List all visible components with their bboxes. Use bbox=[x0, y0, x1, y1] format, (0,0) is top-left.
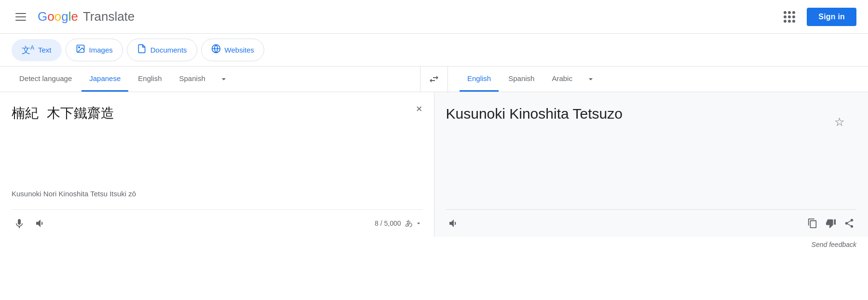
app-header: Google Translate Sign in bbox=[0, 0, 868, 34]
swap-divider bbox=[420, 67, 448, 92]
thumbs-up-down-button[interactable] bbox=[824, 216, 838, 231]
sign-in-button[interactable]: Sign in bbox=[807, 8, 856, 26]
source-speak-button[interactable] bbox=[12, 216, 27, 231]
websites-tab-icon bbox=[211, 44, 221, 56]
source-input[interactable] bbox=[12, 104, 422, 186]
tab-images[interactable]: Images bbox=[66, 39, 123, 61]
share-button[interactable] bbox=[842, 216, 856, 231]
clear-button[interactable]: × bbox=[416, 104, 422, 114]
source-panel: × Kusunoki Nori Kinoshita Tetsu Itsuki z… bbox=[0, 92, 434, 237]
target-audio-button[interactable] bbox=[446, 216, 461, 231]
target-lang-more-button[interactable] bbox=[582, 67, 599, 92]
tab-documents-label: Documents bbox=[150, 46, 187, 54]
logo-translate-text: Translate bbox=[83, 9, 135, 24]
swap-languages-button[interactable] bbox=[420, 68, 448, 91]
logo-google-text: Google bbox=[38, 9, 78, 24]
lang-source-english[interactable]: English bbox=[130, 67, 169, 92]
apps-grid-icon bbox=[784, 11, 795, 23]
tab-bar: 文A Text Images Documents Websites bbox=[0, 34, 868, 67]
lang-target-english[interactable]: English bbox=[460, 67, 499, 92]
lang-target-arabic[interactable]: Arabic bbox=[544, 67, 580, 92]
target-panel-inner: Kusunoki Kinoshita Tetsuzo ☆ bbox=[446, 104, 857, 237]
send-feedback-bar: Send feedback bbox=[0, 237, 868, 252]
language-bar: Detect language Japanese English Spanish… bbox=[0, 67, 868, 92]
lang-japanese[interactable]: Japanese bbox=[81, 67, 128, 92]
tab-text[interactable]: 文A Text bbox=[12, 39, 62, 61]
menu-button[interactable] bbox=[12, 9, 30, 25]
images-tab-icon bbox=[76, 44, 85, 56]
tab-websites[interactable]: Websites bbox=[201, 39, 264, 61]
font-label: あ bbox=[405, 218, 413, 229]
tab-text-label: Text bbox=[38, 46, 52, 54]
source-lang-panel: Detect language Japanese English Spanish bbox=[0, 67, 420, 92]
tab-websites-label: Websites bbox=[225, 46, 254, 54]
lang-detect[interactable]: Detect language bbox=[12, 67, 80, 92]
target-panel: Kusunoki Kinoshita Tetsuzo ☆ bbox=[434, 92, 868, 237]
source-lang-more-button[interactable] bbox=[215, 67, 232, 92]
source-footer-right: 8 / 5,000 あ bbox=[375, 218, 422, 229]
logo: Google Translate bbox=[38, 9, 135, 24]
send-feedback-link[interactable]: Send feedback bbox=[812, 241, 856, 248]
star-button[interactable]: ☆ bbox=[834, 115, 845, 129]
target-lang-panel: English Spanish Arabic bbox=[448, 67, 868, 92]
tab-documents[interactable]: Documents bbox=[127, 39, 197, 61]
text-tab-icon: 文A bbox=[22, 44, 34, 56]
target-footer-right bbox=[805, 216, 856, 231]
source-footer: 8 / 5,000 あ bbox=[12, 209, 422, 237]
source-audio-button[interactable] bbox=[33, 216, 48, 231]
char-count: 8 / 5,000 bbox=[375, 219, 401, 227]
header-right: Sign in bbox=[780, 7, 856, 27]
copy-button[interactable] bbox=[805, 216, 820, 231]
translation-area: × Kusunoki Nori Kinoshita Tetsu Itsuki z… bbox=[0, 92, 868, 237]
svg-point-1 bbox=[78, 47, 80, 48]
lang-source-spanish[interactable]: Spanish bbox=[172, 67, 213, 92]
romanization-text: Kusunoki Nori Kinoshita Tetsu Itsuki zō bbox=[12, 190, 422, 198]
tab-images-label: Images bbox=[89, 46, 113, 54]
lang-target-spanish[interactable]: Spanish bbox=[501, 67, 542, 92]
target-footer bbox=[446, 209, 857, 237]
font-select-button[interactable]: あ bbox=[405, 218, 422, 229]
header-left: Google Translate bbox=[12, 9, 135, 25]
source-footer-left bbox=[12, 216, 48, 231]
apps-button[interactable] bbox=[780, 7, 799, 27]
target-text: Kusunoki Kinoshita Tetsuzo bbox=[446, 104, 857, 205]
documents-tab-icon bbox=[137, 44, 147, 56]
